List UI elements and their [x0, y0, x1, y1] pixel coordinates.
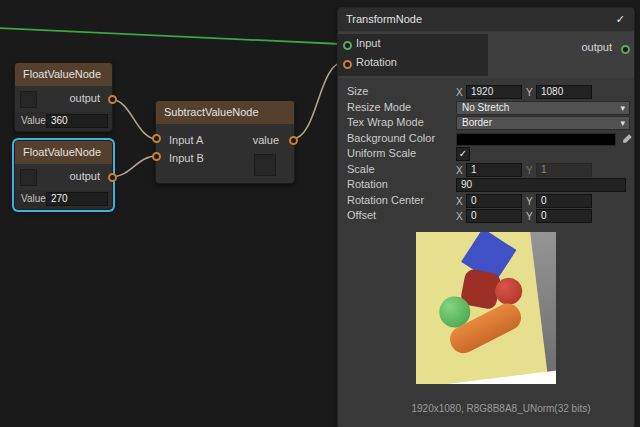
tex-wrap-mode-dropdown[interactable]: Border ▾	[456, 116, 630, 130]
rotation-center-y-field[interactable]: 0	[536, 194, 592, 208]
size-y-field[interactable]: 1080	[536, 85, 592, 99]
tex-wrap-mode-row: Tex Wrap Mode Border ▾	[338, 115, 634, 131]
scale-y-label: Y	[526, 163, 533, 179]
resize-mode-label: Resize Mode	[347, 100, 411, 116]
offset-x-label: X	[456, 209, 463, 225]
offset-row: Offset X 0 Y 0	[338, 208, 634, 224]
transform-input-port[interactable]	[343, 41, 352, 50]
float2-output-row: output	[15, 164, 112, 190]
rotation-field[interactable]: 90	[456, 178, 626, 192]
preview-rendered-image	[416, 232, 556, 384]
background-color-row: Background Color	[338, 131, 634, 147]
tex-wrap-mode-label: Tex Wrap Mode	[347, 115, 424, 131]
size-row: Size X 1920 Y 1080	[338, 84, 634, 100]
subtract-title-bar[interactable]: SubtractValueNode	[156, 101, 294, 124]
texture-info-text: 1920x1080, R8G8B8A8_UNorm(32 bits)	[368, 403, 634, 414]
transform-input-port-box: Input Rotation	[338, 34, 488, 76]
float1-value-field[interactable]: 360	[46, 114, 108, 128]
transform-node[interactable]: TransformNode ✓ Input Rotation output Si…	[337, 7, 635, 427]
scale-x-field[interactable]: 1	[466, 163, 522, 177]
transform-rotation-port[interactable]	[343, 60, 352, 69]
eyedropper-icon[interactable]	[621, 133, 633, 145]
resize-mode-value: No Stretch	[462, 102, 509, 113]
subtract-input-a-label: Input A	[169, 134, 203, 146]
background-color-label: Background Color	[347, 131, 435, 147]
transform-rotation-label: Rotation	[356, 53, 397, 72]
preview-gray-band	[528, 232, 556, 372]
transform-rotation-row: Rotation	[338, 53, 488, 72]
resize-mode-dropdown[interactable]: No Stretch ▾	[456, 101, 630, 115]
transform-properties: Size X 1920 Y 1080 Resize Mode No Stretc…	[338, 84, 634, 224]
float1-preview-thumb	[20, 91, 37, 108]
float1-output-port[interactable]	[108, 95, 117, 104]
subtract-input-b-label: Input B	[169, 152, 204, 164]
preview-red-sphere	[494, 276, 524, 306]
node-enabled-check-icon[interactable]: ✓	[616, 8, 625, 31]
size-label: Size	[347, 84, 368, 100]
float2-value-label: Value	[21, 193, 46, 204]
transform-output-port[interactable]	[621, 45, 630, 54]
size-x-label: X	[456, 85, 463, 101]
subtract-body: Input A Input B value	[156, 124, 294, 182]
rotation-center-x-label: X	[456, 194, 463, 210]
transform-input-label: Input	[356, 34, 380, 53]
float-value-node-2[interactable]: FloatValueNode output Value 270	[14, 140, 113, 210]
rotation-center-row: Rotation Center X 0 Y 0	[338, 193, 634, 209]
size-x-field[interactable]: 1920	[466, 85, 522, 99]
float1-value-row: Value 360	[15, 112, 112, 131]
subtract-value-node[interactable]: SubtractValueNode Input A Input B value	[155, 100, 295, 184]
scale-row: Scale X 1 Y 1	[338, 162, 634, 178]
wire-input[interactable]	[0, 28, 341, 44]
float2-output-port[interactable]	[108, 173, 117, 182]
offset-y-field[interactable]: 0	[536, 209, 592, 223]
transform-port-strip: Input Rotation output	[338, 32, 634, 78]
scale-y-field: 1	[536, 163, 592, 177]
subtract-input-a-port[interactable]	[152, 134, 161, 143]
rotation-center-y-label: Y	[526, 194, 533, 210]
transform-node-preview	[416, 232, 556, 384]
subtract-output-port[interactable]	[289, 136, 298, 145]
float1-output-label: output	[69, 92, 100, 104]
transform-input-row: Input	[338, 34, 488, 53]
float-value-node-1[interactable]: FloatValueNode output Value 360	[14, 62, 113, 132]
subtract-input-b-port[interactable]	[152, 152, 161, 161]
dropdown-arrow-icon: ▾	[620, 102, 625, 114]
offset-x-field[interactable]: 0	[466, 209, 522, 223]
subtract-output-label: value	[253, 134, 279, 146]
rotation-row: Rotation 90	[338, 177, 634, 193]
transform-output-label: output	[581, 38, 612, 57]
float1-title-bar[interactable]: FloatValueNode	[15, 63, 112, 86]
scale-label: Scale	[347, 162, 375, 178]
rotation-center-label: Rotation Center	[347, 193, 424, 209]
float2-value-row: Value 270	[15, 190, 112, 209]
wire-float2-to-input-b[interactable]	[110, 156, 157, 177]
subtract-preview-thumb	[254, 154, 276, 176]
uniform-scale-checkbox[interactable]: ✓	[456, 147, 470, 161]
float2-value-field[interactable]: 270	[46, 192, 108, 206]
uniform-scale-label: Uniform Scale	[347, 146, 416, 162]
scale-x-label: X	[456, 163, 463, 179]
rotation-center-x-field[interactable]: 0	[466, 194, 522, 208]
size-y-label: Y	[526, 85, 533, 101]
tex-wrap-mode-value: Border	[462, 117, 492, 128]
rotation-label: Rotation	[347, 177, 388, 193]
float2-preview-thumb	[20, 169, 37, 186]
offset-label: Offset	[347, 208, 376, 224]
dropdown-arrow-icon: ▾	[620, 117, 625, 129]
resize-mode-row: Resize Mode No Stretch ▾	[338, 100, 634, 116]
float1-value-label: Value	[21, 115, 46, 126]
float2-title-bar[interactable]: FloatValueNode	[15, 141, 112, 164]
transform-title-bar[interactable]: TransformNode	[338, 8, 634, 31]
background-color-swatch[interactable]	[456, 133, 616, 146]
float1-output-row: output	[15, 86, 112, 112]
float2-output-label: output	[69, 170, 100, 182]
wire-float1-to-input-a[interactable]	[110, 99, 157, 139]
node-graph-canvas[interactable]: FloatValueNode output Value 360 FloatVal…	[0, 0, 640, 427]
offset-y-label: Y	[526, 209, 533, 225]
uniform-scale-row: Uniform Scale ✓	[338, 146, 634, 162]
